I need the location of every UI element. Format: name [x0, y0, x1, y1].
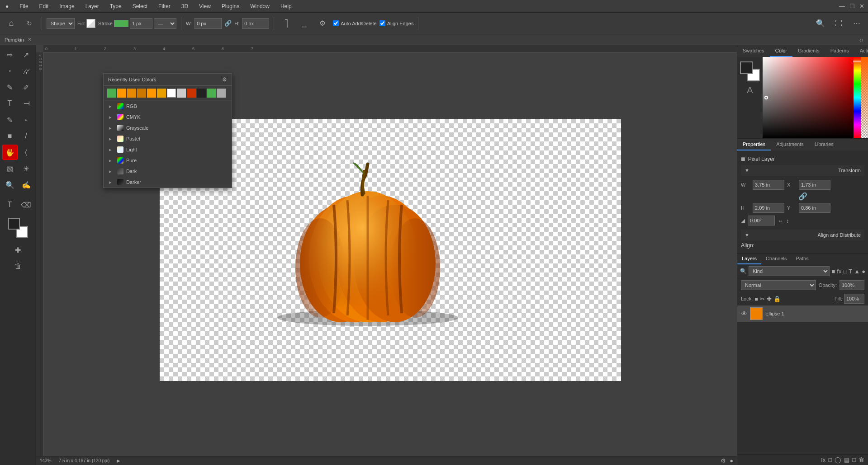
- gradient-tool[interactable]: ▧: [2, 161, 18, 176]
- hue-slider[interactable]: [854, 57, 861, 138]
- add-mask-btn[interactable]: □: [828, 456, 832, 463]
- layer-style-btn[interactable]: fx: [821, 456, 825, 463]
- color-saturation-panel[interactable]: [763, 57, 854, 138]
- home-button[interactable]: ⌂: [4, 16, 19, 31]
- tab-libraries[interactable]: Libraries: [809, 139, 839, 150]
- menu-plugins[interactable]: Plugins: [220, 2, 241, 10]
- settings-btn[interactable]: ⚙: [315, 16, 330, 31]
- swatch-red[interactable]: [187, 89, 196, 98]
- menu-type[interactable]: Type: [108, 2, 123, 10]
- eraser-tool[interactable]: ▫: [19, 112, 34, 127]
- zoom-tool[interactable]: 🔍: [2, 177, 18, 193]
- swatch-gray2[interactable]: [217, 89, 226, 98]
- menu-view[interactable]: View: [197, 2, 213, 10]
- menu-help[interactable]: Help: [279, 2, 294, 10]
- swatch-orange4[interactable]: [147, 89, 156, 98]
- shape-tool[interactable]: ■: [2, 128, 18, 144]
- color-group-dark[interactable]: ► Dark: [104, 166, 232, 177]
- menu-select[interactable]: Select: [131, 2, 149, 10]
- color-group-cmyk[interactable]: ► CMYK: [104, 112, 232, 122]
- transform-angle-input[interactable]: [748, 216, 775, 225]
- alpha-slider[interactable]: [861, 57, 868, 138]
- vertical-type-tool[interactable]: T: [19, 96, 34, 111]
- link-icon[interactable]: 🔗: [224, 20, 232, 27]
- color-gradient-picker[interactable]: [763, 57, 854, 138]
- color-group-pastel[interactable]: ► Pastel: [104, 133, 232, 144]
- type-tool[interactable]: T: [2, 96, 18, 111]
- tab-actions[interactable]: Actions: [854, 45, 868, 57]
- layer-fx-icon[interactable]: fx: [837, 268, 841, 275]
- lock-position-icon[interactable]: ✂: [760, 296, 765, 302]
- bottom-nav-icon[interactable]: ●: [730, 457, 733, 464]
- shape-select[interactable]: Shape: [47, 18, 75, 29]
- menu-layer[interactable]: Layer: [84, 2, 101, 10]
- fg-color-box[interactable]: [740, 61, 753, 74]
- more-btn[interactable]: ⋯: [849, 16, 864, 31]
- minimize-icon[interactable]: —: [839, 3, 845, 9]
- swatch-white[interactable]: [167, 89, 176, 98]
- lock-pixels-icon[interactable]: ■: [754, 296, 758, 302]
- transform-y-input[interactable]: [799, 203, 830, 213]
- blend-mode-select[interactable]: Normal: [741, 280, 816, 290]
- status-arrow[interactable]: ▶: [117, 458, 120, 463]
- flip-h-icon[interactable]: ↔: [778, 217, 783, 224]
- transform-w-input[interactable]: [753, 180, 784, 190]
- transform-h-input[interactable]: [753, 203, 784, 213]
- slice-tool[interactable]: ⌭: [19, 63, 34, 79]
- color-brightness-panel[interactable]: [763, 57, 854, 138]
- auto-add-delete-checkbox[interactable]: [333, 20, 339, 26]
- align-center-btn[interactable]: ⎯: [297, 16, 312, 31]
- color-picker-handle[interactable]: [764, 96, 768, 99]
- fullscreen-btn[interactable]: ⛶: [831, 16, 846, 31]
- paint-bucket-tool[interactable]: ☀: [19, 161, 34, 176]
- tab-patterns[interactable]: Patterns: [825, 45, 854, 57]
- align-edges-checkbox[interactable]: [379, 20, 385, 26]
- stroke-width-input[interactable]: [130, 18, 152, 29]
- transform-header[interactable]: ▼ Transform: [741, 165, 864, 176]
- delete-btn[interactable]: 🗑: [10, 258, 26, 274]
- fill-color-preview[interactable]: [86, 19, 95, 28]
- pen-tool[interactable]: ✎: [2, 80, 18, 95]
- align-distribute-header[interactable]: ▼ Align and Distribute: [741, 230, 864, 240]
- menu-window[interactable]: Window: [248, 2, 271, 10]
- shape-selector[interactable]: Shape: [47, 18, 75, 29]
- color-group-rgb[interactable]: ► RGB: [104, 101, 232, 112]
- eyedropper-tool[interactable]: 🖐: [2, 145, 18, 160]
- menu-filter[interactable]: Filter: [157, 2, 172, 10]
- swatch-orange2[interactable]: [127, 89, 136, 98]
- menu-image[interactable]: Image: [57, 2, 76, 10]
- swatch-green[interactable]: [107, 89, 116, 98]
- flip-v-icon[interactable]: ↕: [786, 217, 789, 224]
- color-group-light[interactable]: ► Light: [104, 144, 232, 155]
- artboard-tool[interactable]: ◦: [2, 63, 18, 79]
- add-adjustment-btn[interactable]: ◯: [835, 456, 841, 463]
- new-group-btn[interactable]: ▤: [844, 456, 849, 463]
- menu-edit[interactable]: Edit: [38, 2, 51, 10]
- menu-3d[interactable]: 3D: [180, 2, 190, 10]
- color-group-grayscale[interactable]: ► Grayscale: [104, 122, 232, 133]
- hand-tool[interactable]: ✍: [19, 177, 34, 193]
- bottom-settings-icon[interactable]: ⚙: [721, 457, 726, 464]
- align-left-btn[interactable]: ⎤: [279, 16, 294, 31]
- tab-adjustments[interactable]: Adjustments: [771, 139, 809, 150]
- tab-swatches[interactable]: Swatches: [737, 45, 770, 57]
- width-input[interactable]: [194, 18, 222, 29]
- stroke-color-preview[interactable]: [114, 20, 128, 27]
- freeform-pen-tool[interactable]: ✐: [19, 80, 34, 95]
- select-tool[interactable]: ⇨: [2, 47, 18, 62]
- lock-ratio-icon[interactable]: 🔗: [798, 192, 807, 201]
- tab-channels[interactable]: Channels: [761, 254, 791, 264]
- measure-tool[interactable]: 〈: [19, 145, 34, 160]
- layer-shape-icon[interactable]: ▲: [854, 268, 860, 275]
- maximize-icon[interactable]: ☐: [849, 3, 855, 9]
- text-tool-icon[interactable]: A: [747, 85, 753, 95]
- layer-kind-select[interactable]: Kind: [749, 266, 830, 276]
- swatch-orange1[interactable]: [117, 89, 126, 98]
- color-group-darker[interactable]: ► Darker: [104, 177, 232, 188]
- delete-layer-btn[interactable]: 🗑: [859, 456, 864, 463]
- menu-file[interactable]: File: [18, 2, 30, 10]
- close-icon[interactable]: ✕: [859, 3, 864, 9]
- layer-smart-icon[interactable]: ●: [862, 268, 865, 275]
- tab-gradients[interactable]: Gradients: [792, 45, 825, 57]
- swatch-gray[interactable]: [177, 89, 186, 98]
